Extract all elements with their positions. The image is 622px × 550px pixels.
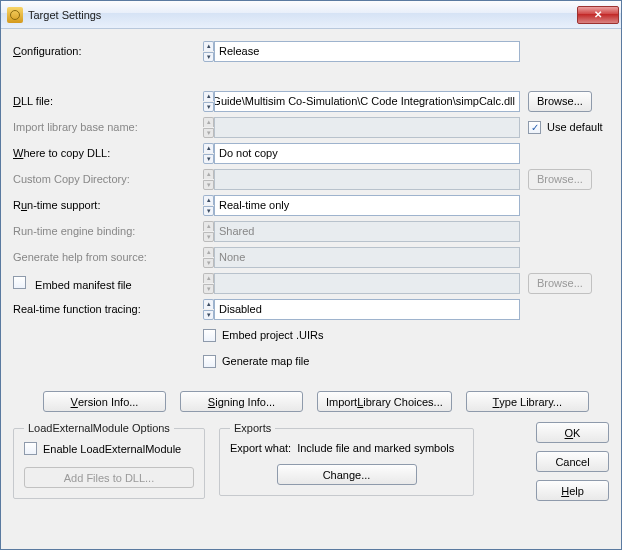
import-lib-field [214, 117, 520, 138]
configuration-spinner[interactable]: ▴▾ [203, 41, 214, 62]
import-lib-label: Import library base name: [13, 121, 203, 133]
help-button[interactable]: Help [536, 480, 609, 501]
close-button[interactable]: ✕ [577, 6, 619, 24]
dialog-buttons: OK Cancel Help [536, 422, 609, 501]
target-settings-window: Target Settings ✕ Configuration: ▴▾ Rele… [0, 0, 622, 550]
manifest-spinner: ▴▾ [203, 273, 214, 294]
embed-uirs-label: Embed project .UIRs [222, 329, 323, 341]
import-lib-choices-button[interactable]: Import Library Choices... [317, 391, 452, 412]
exports-group: Exports Export what: Include file and ma… [219, 422, 474, 496]
browse-dll-button[interactable]: Browse... [528, 91, 592, 112]
titlebar: Target Settings ✕ [1, 1, 621, 29]
loadexternal-group: LoadExternalModule Options Enable LoadEx… [13, 422, 205, 499]
gen-help-field: None [214, 247, 520, 268]
custom-copy-spinner: ▴▾ [203, 169, 214, 190]
use-default-label: Use default [547, 121, 603, 133]
custom-copy-field [214, 169, 520, 190]
dialog-body: Configuration: ▴▾ Release DLL file: ▴▾ g… [1, 29, 621, 549]
dll-file-field[interactable]: gn Guide\Multisim Co-Simulation\C Code I… [214, 91, 520, 112]
embed-uirs-checkbox[interactable] [203, 329, 216, 342]
export-what-label: Export what: [230, 442, 291, 454]
where-copy-label: Where to copy DLL: [13, 147, 203, 159]
manifest-field [214, 273, 520, 294]
dll-file-spinner[interactable]: ▴▾ [203, 91, 214, 112]
browse-manifest-button: Browse... [528, 273, 592, 294]
app-icon [7, 7, 23, 23]
browse-custom-copy-button: Browse... [528, 169, 592, 190]
type-library-button[interactable]: Type Library... [466, 391, 589, 412]
runtime-binding-label: Run-time engine binding: [13, 225, 203, 237]
loadexternal-legend: LoadExternalModule Options [24, 422, 174, 434]
gen-map-checkbox[interactable] [203, 355, 216, 368]
rt-tracing-spinner[interactable]: ▴▾ [203, 299, 214, 320]
use-default-checkbox[interactable]: ✓ [528, 121, 541, 134]
change-exports-button[interactable]: Change... [277, 464, 417, 485]
configuration-field[interactable]: Release [214, 41, 520, 62]
configuration-label: Configuration: [13, 45, 203, 57]
runtime-binding-spinner: ▴▾ [203, 221, 214, 242]
enable-lem-label: Enable LoadExternalModule [43, 443, 181, 455]
rt-tracing-field[interactable]: Disabled [214, 299, 520, 320]
cancel-button[interactable]: Cancel [536, 451, 609, 472]
embed-manifest-row: Embed manifest file [13, 276, 203, 291]
embed-manifest-checkbox[interactable] [13, 276, 26, 289]
exports-legend: Exports [230, 422, 275, 434]
ok-button[interactable]: OK [536, 422, 609, 443]
runtime-support-spinner[interactable]: ▴▾ [203, 195, 214, 216]
rt-tracing-label: Real-time function tracing: [13, 303, 203, 315]
gen-help-label: Generate help from source: [13, 251, 203, 263]
signing-info-button[interactable]: Signing Info... [180, 391, 303, 412]
where-copy-field[interactable]: Do not copy [214, 143, 520, 164]
import-lib-spinner: ▴▾ [203, 117, 214, 138]
window-title: Target Settings [28, 9, 577, 21]
embed-manifest-label: Embed manifest file [35, 279, 132, 291]
gen-help-spinner: ▴▾ [203, 247, 214, 268]
runtime-binding-field: Shared [214, 221, 520, 242]
add-files-dll-button: Add Files to DLL... [24, 467, 194, 488]
version-info-button[interactable]: Version Info... [43, 391, 166, 412]
export-what-value: Include file and marked symbols [297, 442, 454, 454]
runtime-support-field[interactable]: Real-time only [214, 195, 520, 216]
enable-lem-checkbox[interactable] [24, 442, 37, 455]
gen-map-label: Generate map file [222, 355, 309, 367]
runtime-support-label: Run-time support: [13, 199, 203, 211]
where-copy-spinner[interactable]: ▴▾ [203, 143, 214, 164]
custom-copy-label: Custom Copy Directory: [13, 173, 203, 185]
dll-file-label: DLL file: [13, 95, 203, 107]
